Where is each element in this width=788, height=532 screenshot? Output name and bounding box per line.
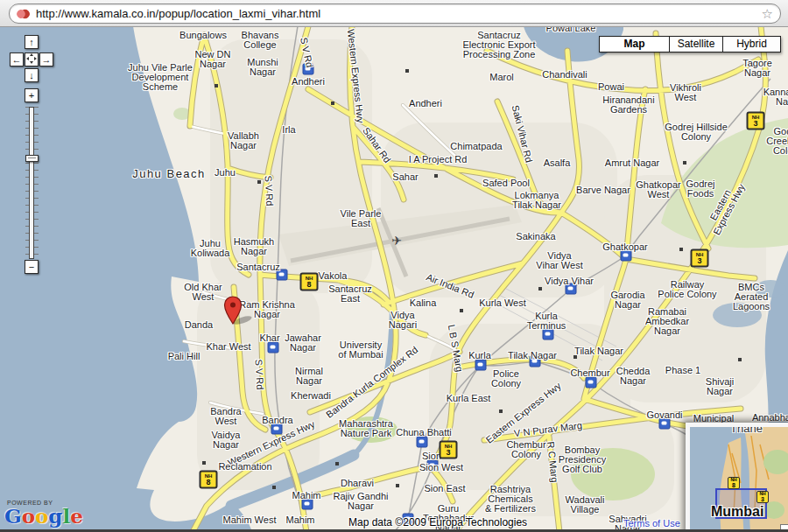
poi-dot (679, 248, 683, 251)
bookmark-star-icon[interactable]: ☆ (762, 7, 773, 20)
pan-center-icon (26, 53, 37, 64)
google-logo[interactable]: Google (4, 506, 83, 527)
railway-station-icon (277, 270, 288, 281)
map-type-button-hybrid[interactable]: Hybrid (722, 37, 780, 52)
railway-station-icon (475, 360, 487, 371)
url-text[interactable]: http://www.kamala.co.in/popup/location_l… (36, 7, 762, 20)
nh-route-badge: NH3 (747, 112, 765, 130)
poi-dot (331, 102, 334, 105)
poi-dot (434, 174, 438, 178)
google-logo-letter: e (70, 504, 83, 528)
poi-dot (272, 486, 276, 489)
railway-station-icon (271, 424, 283, 435)
railway-station-icon (268, 342, 279, 354)
browser-chrome: http://www.kamala.co.in/popup/location_l… (0, 0, 788, 27)
map-attribution: Map data ©2009 Europa Technologies (348, 516, 527, 528)
poi-dot (215, 84, 218, 88)
pan-down-button[interactable]: ↓ (25, 68, 39, 82)
pan-up-button[interactable]: ↑ (25, 35, 39, 49)
terms-of-use-link[interactable]: Terms of Use (623, 518, 680, 528)
minimap-city-label: Mumbai (711, 504, 763, 520)
poi-dot (538, 287, 542, 290)
railway-station-icon (427, 460, 439, 472)
poi-dot (396, 484, 399, 487)
poi-dot (405, 69, 409, 73)
railway-station-icon (586, 377, 597, 388)
nh-route-badge: NH3 (691, 249, 709, 268)
google-logo-letter: o (35, 504, 48, 528)
railway-station-icon (543, 329, 554, 340)
map-type-button-satellite[interactable]: Satellite (669, 37, 722, 52)
poi-dot (683, 161, 686, 164)
zoom-slider-track (29, 107, 34, 259)
airport-icon: ✈ (391, 234, 402, 248)
zoom-in-button[interactable]: + (25, 88, 39, 102)
zoom-out-button[interactable]: − (25, 260, 39, 274)
zoom-slider-handle[interactable] (25, 155, 39, 162)
pan-center-button[interactable] (25, 52, 39, 66)
google-logo-letter: g (48, 504, 62, 528)
map-type-switcher: MapSatelliteHybrid (599, 36, 781, 52)
minimap-nh-badge: NH8 (728, 477, 740, 489)
map-type-button-map[interactable]: Map (600, 37, 669, 52)
zoom-slider[interactable] (25, 107, 39, 257)
railway-station-icon (302, 499, 313, 510)
browser-window: http://www.kamala.co.in/popup/location_l… (0, 0, 788, 532)
nh-route-badge: NH3 (440, 441, 458, 459)
poi-dot (738, 358, 742, 361)
address-bar[interactable]: http://www.kamala.co.in/popup/location_l… (9, 4, 781, 24)
railway-station-icon (621, 250, 632, 262)
google-logo-letter: o (22, 504, 35, 528)
poi-dot (460, 309, 463, 312)
poi-dot (202, 461, 206, 465)
minimap-region-label: Thane (730, 423, 763, 435)
poi-dot (573, 355, 577, 359)
railway-station-icon (530, 356, 541, 368)
map-graphics (0, 26, 788, 532)
site-favicon-icon (17, 9, 30, 19)
location-marker-pin[interactable] (223, 296, 243, 326)
poi-dot (335, 462, 339, 466)
google-logo-letter: G (4, 504, 22, 528)
poi-dot (257, 180, 261, 184)
google-logo-letter: l (62, 504, 70, 528)
map-canvas[interactable]: BungalowsBhavans CollegeNew DN NagarMuns… (0, 26, 788, 532)
railway-station-icon (417, 437, 428, 448)
pan-left-button[interactable]: ← (10, 52, 24, 66)
railway-station-icon (303, 64, 314, 75)
minimap-nh-badge: NH3 (756, 491, 769, 503)
poi-dot (499, 410, 503, 413)
overview-minimap[interactable]: Thane Mumbai ↘ NH8NH3 (686, 423, 788, 532)
railway-station-icon (659, 418, 671, 430)
pan-right-button[interactable]: → (39, 52, 53, 66)
nh-route-badge: NH8 (200, 471, 218, 489)
railway-station-icon (566, 284, 577, 295)
nh-route-badge: NH8 (300, 273, 319, 291)
